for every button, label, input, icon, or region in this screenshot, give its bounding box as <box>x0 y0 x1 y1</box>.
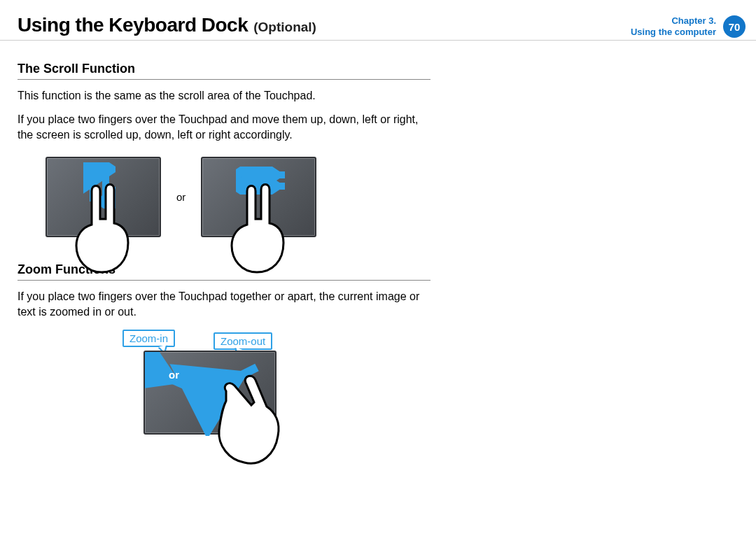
scroll-illustration: or <box>46 157 430 237</box>
scroll-paragraph-1: This function is the same as the scroll … <box>18 88 430 104</box>
header-right: Chapter 3. Using the computer 70 <box>631 14 746 38</box>
page-title: Using the Keyboard Dock (Optional) <box>18 14 316 36</box>
touchpad-vertical-scroll-icon <box>46 157 161 237</box>
zoom-or-label: or <box>169 369 179 381</box>
title-subtitle: (Optional) <box>253 20 316 35</box>
chapter-label: Chapter 3. Using the computer <box>631 15 716 37</box>
page-number: 70 <box>729 21 741 33</box>
two-finger-hand-icon <box>220 178 298 276</box>
zoom-illustration: Zoom-in Zoom-out or <box>115 330 326 470</box>
two-finger-hand-icon <box>65 178 142 276</box>
chapter-line1: Chapter 3. <box>631 15 716 27</box>
zoom-out-label: Zoom-out <box>214 332 272 350</box>
scroll-heading: The Scroll Function <box>18 62 430 80</box>
title-main: Using the Keyboard Dock <box>18 14 248 36</box>
scroll-or-label: or <box>176 191 186 203</box>
scroll-paragraph-2: If you place two fingers over the Touchp… <box>18 112 430 143</box>
touchpad-horizontal-scroll-icon <box>201 157 316 237</box>
page-header: Using the Keyboard Dock (Optional) Chapt… <box>0 0 756 41</box>
page-number-badge: 70 <box>723 15 746 38</box>
content-column: The Scroll Function This function is the… <box>0 41 448 470</box>
chapter-line2: Using the computer <box>631 27 716 38</box>
pinch-hand-icon <box>205 370 296 475</box>
zoom-paragraph-1: If you place two fingers over the Touchp… <box>18 289 430 320</box>
